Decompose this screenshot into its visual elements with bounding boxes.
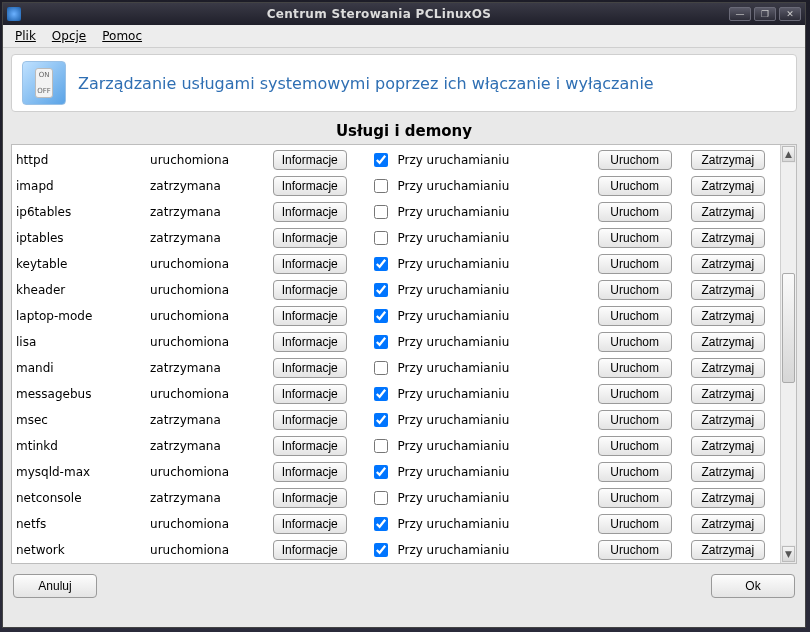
- on-boot-checkbox[interactable]: [374, 309, 388, 323]
- service-name: iptables: [12, 225, 146, 251]
- info-button[interactable]: Informacje: [273, 358, 347, 378]
- stop-button[interactable]: Zatrzymaj: [691, 150, 765, 170]
- stop-button[interactable]: Zatrzymaj: [691, 436, 765, 456]
- stop-button[interactable]: Zatrzymaj: [691, 228, 765, 248]
- scroll-down-icon[interactable]: ▼: [782, 546, 795, 562]
- info-button[interactable]: Informacje: [273, 228, 347, 248]
- on-boot-checkbox[interactable]: [374, 413, 388, 427]
- on-boot-checkbox[interactable]: [374, 335, 388, 349]
- start-button[interactable]: Uruchom: [598, 280, 672, 300]
- stop-button[interactable]: Zatrzymaj: [691, 540, 765, 560]
- ok-button[interactable]: Ok: [711, 574, 795, 598]
- on-boot-checkbox[interactable]: [374, 361, 388, 375]
- table-row: mseczatrzymanaInformacjePrzy uruchamiani…: [12, 407, 780, 433]
- info-button[interactable]: Informacje: [273, 332, 347, 352]
- on-boot-checkbox[interactable]: [374, 465, 388, 479]
- stop-button[interactable]: Zatrzymaj: [691, 332, 765, 352]
- on-boot-label: Przy uruchamianiu: [397, 179, 509, 193]
- info-button[interactable]: Informacje: [273, 540, 347, 560]
- table-row: mtinkdzatrzymanaInformacjePrzy uruchamia…: [12, 433, 780, 459]
- service-name: mtinkd: [12, 433, 146, 459]
- section-title: Usługi i demony: [3, 122, 805, 140]
- start-button[interactable]: Uruchom: [598, 384, 672, 404]
- menu-opcje[interactable]: Opcje: [52, 29, 86, 43]
- stop-button[interactable]: Zatrzymaj: [691, 280, 765, 300]
- cancel-button[interactable]: Anuluj: [13, 574, 97, 598]
- on-boot-checkbox[interactable]: [374, 439, 388, 453]
- info-button[interactable]: Informacje: [273, 436, 347, 456]
- scroll-up-icon[interactable]: ▲: [782, 146, 795, 162]
- start-button[interactable]: Uruchom: [598, 462, 672, 482]
- start-button[interactable]: Uruchom: [598, 436, 672, 456]
- on-boot-label: Przy uruchamianiu: [397, 543, 509, 557]
- stop-button[interactable]: Zatrzymaj: [691, 410, 765, 430]
- on-boot-label: Przy uruchamianiu: [397, 231, 509, 245]
- scroll-thumb[interactable]: [782, 273, 795, 383]
- info-button[interactable]: Informacje: [273, 410, 347, 430]
- info-button[interactable]: Informacje: [273, 488, 347, 508]
- stop-button[interactable]: Zatrzymaj: [691, 254, 765, 274]
- stop-button[interactable]: Zatrzymaj: [691, 384, 765, 404]
- start-button[interactable]: Uruchom: [598, 540, 672, 560]
- info-button[interactable]: Informacje: [273, 462, 347, 482]
- service-status: zatrzymana: [146, 199, 269, 225]
- info-button[interactable]: Informacje: [273, 176, 347, 196]
- scrollbar[interactable]: ▲ ▼: [780, 145, 796, 563]
- table-row: netconsolezatrzymanaInformacjePrzy uruch…: [12, 485, 780, 511]
- start-button[interactable]: Uruchom: [598, 176, 672, 196]
- on-boot-checkbox[interactable]: [374, 205, 388, 219]
- service-name: messagebus: [12, 381, 146, 407]
- close-button[interactable]: ✕: [779, 7, 801, 21]
- start-button[interactable]: Uruchom: [598, 514, 672, 534]
- service-name: httpd: [12, 147, 146, 173]
- info-button[interactable]: Informacje: [273, 280, 347, 300]
- stop-button[interactable]: Zatrzymaj: [691, 462, 765, 482]
- banner-text: Zarządzanie usługami systemowymi poprzez…: [78, 74, 654, 93]
- stop-button[interactable]: Zatrzymaj: [691, 202, 765, 222]
- service-status: uruchomiona: [146, 147, 269, 173]
- maximize-button[interactable]: ❐: [754, 7, 776, 21]
- info-button[interactable]: Informacje: [273, 254, 347, 274]
- service-name: msec: [12, 407, 146, 433]
- on-boot-checkbox[interactable]: [374, 517, 388, 531]
- on-boot-checkbox[interactable]: [374, 387, 388, 401]
- service-status: uruchomiona: [146, 277, 269, 303]
- on-boot-checkbox[interactable]: [374, 153, 388, 167]
- info-button[interactable]: Informacje: [273, 514, 347, 534]
- on-boot-label: Przy uruchamianiu: [397, 517, 509, 531]
- info-button[interactable]: Informacje: [273, 306, 347, 326]
- start-button[interactable]: Uruchom: [598, 150, 672, 170]
- on-boot-checkbox[interactable]: [374, 283, 388, 297]
- minimize-button[interactable]: —: [729, 7, 751, 21]
- start-button[interactable]: Uruchom: [598, 228, 672, 248]
- service-name: lisa: [12, 329, 146, 355]
- stop-button[interactable]: Zatrzymaj: [691, 306, 765, 326]
- table-row: networkuruchomionaInformacjePrzy urucham…: [12, 537, 780, 563]
- on-boot-checkbox[interactable]: [374, 179, 388, 193]
- table-row: messagebusuruchomionaInformacjePrzy uruc…: [12, 381, 780, 407]
- on-boot-checkbox[interactable]: [374, 491, 388, 505]
- start-button[interactable]: Uruchom: [598, 202, 672, 222]
- start-button[interactable]: Uruchom: [598, 332, 672, 352]
- start-button[interactable]: Uruchom: [598, 254, 672, 274]
- start-button[interactable]: Uruchom: [598, 488, 672, 508]
- info-button[interactable]: Informacje: [273, 150, 347, 170]
- stop-button[interactable]: Zatrzymaj: [691, 488, 765, 508]
- on-boot-checkbox[interactable]: [374, 257, 388, 271]
- on-boot-checkbox[interactable]: [374, 543, 388, 557]
- menu-plik[interactable]: Plik: [15, 29, 36, 43]
- on-boot-checkbox[interactable]: [374, 231, 388, 245]
- stop-button[interactable]: Zatrzymaj: [691, 358, 765, 378]
- scroll-track[interactable]: [781, 163, 796, 545]
- stop-button[interactable]: Zatrzymaj: [691, 176, 765, 196]
- start-button[interactable]: Uruchom: [598, 358, 672, 378]
- service-name: kheader: [12, 277, 146, 303]
- stop-button[interactable]: Zatrzymaj: [691, 514, 765, 534]
- info-button[interactable]: Informacje: [273, 384, 347, 404]
- info-button[interactable]: Informacje: [273, 202, 347, 222]
- on-boot-label: Przy uruchamianiu: [397, 439, 509, 453]
- start-button[interactable]: Uruchom: [598, 306, 672, 326]
- menu-pomoc[interactable]: Pomoc: [102, 29, 142, 43]
- service-status: uruchomiona: [146, 329, 269, 355]
- start-button[interactable]: Uruchom: [598, 410, 672, 430]
